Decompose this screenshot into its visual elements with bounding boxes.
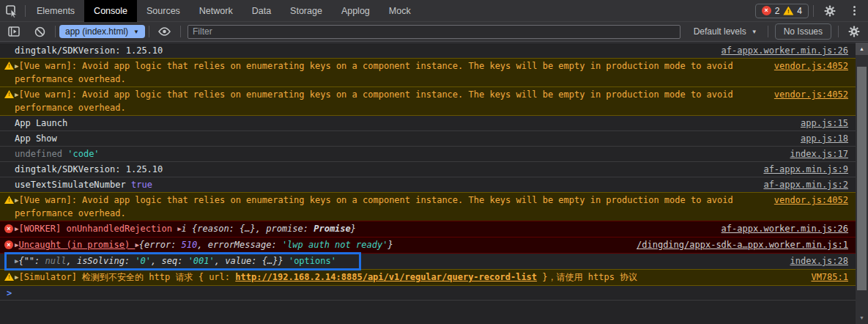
console-message: dingtalk/SDKVersion: 1.25.10af-appx.work… [0,43,856,58]
message-gutter [4,117,15,119]
issues-status-button[interactable]: No Issues [775,23,831,40]
source-link[interactable]: app.js:18 [801,133,856,145]
source-link[interactable]: af-appx.min.js:2 [763,179,856,191]
text-segment: [Simulator] 检测到不安全的 http 请求 { url: [18,272,235,282]
console-message: !▶ [Simulator] 检测到不安全的 http 请求 { url: ht… [0,269,856,285]
console-prompt[interactable]: > [0,285,856,301]
divider [25,5,26,17]
text-segment: } [387,240,393,250]
message-text: ▶ [Vue warn]: Avoid app logic that relie… [15,60,774,86]
text-segment: 'lwp auth not ready' [282,240,388,250]
divider [838,26,839,37]
text-segment: [Vue warn]: Avoid app logic that relies … [15,195,733,218]
message-gutter [4,255,15,257]
text-segment: dingtalk/SDKVersion: 1.25.10 [15,164,163,174]
text-segment: {reason: {…}, promise: [192,224,314,234]
console-message: undefined 'code'index.js:17 [0,146,856,161]
chevron-down-icon: ▼ [133,29,139,35]
scrollbar-thumb[interactable] [857,67,867,290]
message-text: ▶ [WORKER] onUnhandledRejection ▶ i {rea… [15,223,722,236]
message-text: undefined 'code' [15,148,790,161]
live-expression-button[interactable] [153,21,177,43]
source-link[interactable]: vendor.js:4052 [774,89,856,101]
tab-data[interactable]: Data [242,0,281,22]
expand-arrow-icon[interactable]: ▶ [15,60,18,73]
text-segment: true [131,180,152,190]
filter-input[interactable] [188,25,680,39]
message-text: ▶ {"": null, isSolving: '0', seq: '001',… [15,255,790,268]
source-link[interactable]: vendor.js:4052 [774,60,856,73]
divider [768,26,768,37]
clear-console-button[interactable] [28,21,51,43]
expand-arrow-icon[interactable]: ▶ [15,89,18,101]
warning-icon: ! [4,60,15,70]
tab-sources[interactable]: Sources [137,0,190,22]
divider [149,26,149,37]
settings-button[interactable] [818,0,842,22]
tab-mock[interactable]: Mock [379,0,420,22]
console-message: useTextSimulateNumber trueaf-appx.min.js… [0,177,856,192]
text-segment: App Show [15,133,57,144]
source-link[interactable]: af-appx.worker.min.js:26 [722,45,856,57]
source-link[interactable]: index.js:17 [790,148,856,161]
tab-storage[interactable]: Storage [281,0,332,22]
panel-tabs: ElementsConsoleSourcesNetworkDataStorage… [27,0,420,22]
clear-console-icon [34,26,45,37]
console-message: ▶ {"": null, isSolving: '0', seq: '001',… [0,253,856,269]
source-link[interactable]: af-appx.min.js:9 [763,163,856,176]
prompt-chevron-icon: > [7,288,12,298]
expand-arrow-icon[interactable]: ▶ [15,223,18,235]
issues-counter-button[interactable]: × 2 ! 4 [755,4,809,18]
expand-arrow-icon[interactable]: ▶ [15,194,18,207]
console-message: App Launchapp.js:15 [0,115,856,130]
source-link[interactable]: /dingding/appx-sdk-a…ppx.worker.min.js:1 [637,239,856,251]
text-segment: '001' [188,256,215,266]
context-label: app (index.html) [65,26,128,37]
tab-console[interactable]: Console [84,0,137,22]
warning-icon: ! [4,271,15,281]
tab-network[interactable]: Network [190,0,242,22]
tab-applog[interactable]: Applog [332,0,379,22]
expand-arrow-icon[interactable]: ▶ [15,255,18,268]
text-segment: Promise [314,224,351,234]
console-log-area: dingtalk/SDKVersion: 1.25.10af-appx.work… [0,43,856,324]
source-link[interactable]: app.js:15 [801,117,856,130]
inspect-element-button[interactable] [0,0,23,22]
inspect-cursor-icon [5,4,18,18]
text-segment: , value: {…}} [215,256,289,266]
source-link[interactable]: index.js:28 [790,255,856,268]
source-link[interactable]: vendor.js:4052 [774,194,856,207]
text-segment: dingtalk/SDKVersion: 1.25.10 [15,45,163,56]
tab-elements[interactable]: Elements [27,0,84,22]
text-segment: {error: [139,240,182,250]
expand-arrow-icon[interactable]: ▶ [135,239,138,251]
expand-arrow-icon[interactable]: ▶ [15,239,18,251]
execution-context-selector[interactable]: app (index.html) ▼ [59,25,145,38]
scrollbar[interactable]: ▲ ▼ [856,43,868,324]
source-link[interactable]: VM785:1 [811,271,856,284]
text-segment: null [45,256,67,266]
error-icon: × [4,239,15,249]
source-link[interactable]: af-appx.worker.min.js:26 [722,223,856,235]
scroll-down-button[interactable]: ▼ [856,312,868,324]
log-levels-dropdown[interactable]: Default levels ▼ [687,26,764,37]
more-options-button[interactable] [845,6,864,15]
console-settings-button[interactable] [842,21,866,43]
message-text: useTextSimulateNumber true [15,179,763,191]
message-text: dingtalk/SDKVersion: 1.25.10 [15,45,722,57]
message-text: App Show [15,133,801,145]
scroll-up-button[interactable]: ▲ [856,43,868,55]
url-link[interactable]: http://192.168.2.14:8885/api/v1/regular/… [235,272,537,282]
text-segment: , isSolving: [66,256,135,266]
error-count-icon: × [762,6,771,15]
expand-arrow-icon[interactable]: ▶ [15,271,18,284]
devtools-window: ElementsConsoleSourcesNetworkDataStorage… [0,0,868,324]
console-message: ×▶ Uncaught (in promise) ▶ {error: 510, … [0,237,856,253]
console-toolbar: app (index.html) ▼ Default levels ▼ No I… [0,22,868,42]
message-text: ▶ Uncaught (in promise) ▶ {error: 510, e… [15,239,637,252]
divider [180,26,181,37]
text-segment: useTextSimulateNumber [15,180,131,190]
console-sidebar-toggle-button[interactable] [2,21,26,43]
expand-arrow-icon[interactable]: ▶ [177,223,181,235]
text-segment: } [351,224,356,234]
